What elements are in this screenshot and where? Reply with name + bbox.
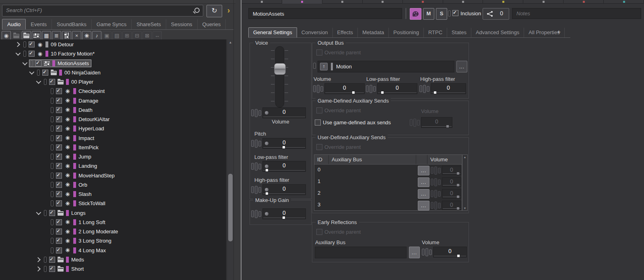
scroll-down-icon[interactable]: ▼ (462, 207, 467, 210)
voice-highpass-field[interactable]: 0 (262, 184, 306, 195)
tree-row-3-long-strong[interactable]: 3 Long Strong (42, 236, 114, 245)
tree-checkbox[interactable] (56, 135, 62, 141)
aux-column-volume[interactable]: Volume (427, 155, 462, 164)
output-bus-highpass-field[interactable]: 0 (431, 83, 466, 94)
aux-bus-browse-button[interactable]: ... (418, 166, 429, 175)
explorer-tab-events[interactable]: Events (26, 19, 52, 29)
output-bus-override-checkbox[interactable] (316, 49, 322, 56)
window-tab-8[interactable] (564, 0, 604, 4)
tree-row-detourkialtar[interactable]: DetourKiAltar (42, 115, 112, 124)
mute-button[interactable]: M (423, 8, 434, 20)
explorer-tab-queries[interactable]: Queries (198, 19, 226, 29)
tree-checkbox[interactable] (35, 60, 41, 66)
tree-checkbox[interactable] (42, 70, 48, 76)
expand-chevron-icon[interactable]: › (224, 5, 233, 16)
tab-conversion[interactable]: Conversion (297, 28, 333, 37)
use-game-aux-checkbox[interactable] (315, 119, 321, 126)
chevron-down-icon[interactable] (35, 80, 40, 84)
tab-rtpc[interactable]: RTPC (424, 28, 447, 37)
window-tab-3[interactable] (363, 0, 403, 4)
tree-checkbox[interactable] (49, 79, 55, 85)
tree-checkbox[interactable] (56, 182, 62, 188)
tab-advanced-settings[interactable]: Advanced Settings (471, 28, 524, 37)
tab-effects[interactable]: Effects (333, 28, 358, 37)
tree-row-meds[interactable]: Meds (35, 255, 87, 264)
early-reflections-override-checkbox[interactable] (316, 229, 322, 235)
volume-slider-track[interactable] (275, 46, 284, 107)
window-tab-4[interactable] (403, 0, 443, 4)
scroll-up-icon[interactable]: ▲ (462, 156, 467, 159)
tree-row-motionassets[interactable]: MotionAssets (22, 59, 91, 68)
output-bus-browse-button[interactable]: ... (456, 61, 467, 72)
tab-metadata[interactable]: Metadata (358, 28, 389, 37)
window-tab-0[interactable] (242, 0, 282, 4)
window-tab-5[interactable] (443, 0, 483, 4)
tree-row-10-factory-motion[interactable]: 10 Factory Motion* (15, 49, 97, 58)
search-input[interactable]: Search (Ctrl+F) (2, 5, 203, 16)
tree-row-00-ninjagaiden[interactable]: 00 NinjaGaiden (29, 68, 103, 77)
tree-row-hyperload[interactable]: HyperLoad (42, 124, 107, 133)
tree-row-slash[interactable]: Slash (42, 189, 94, 199)
aux-volume-field[interactable]: 0 (442, 177, 461, 187)
explorer-tab-soundbanks[interactable]: SoundBanks (52, 19, 92, 29)
tree-checkbox[interactable] (49, 210, 55, 216)
tree-checkbox[interactable] (56, 229, 62, 235)
output-bus-lowpass-field[interactable]: 0 (377, 83, 417, 94)
aux-bus-browse-button[interactable]: ... (418, 201, 429, 210)
tab-states[interactable]: States (447, 28, 471, 37)
voice-volume-field[interactable]: 0 (262, 107, 306, 118)
aux-volume-field[interactable]: 0 (442, 189, 461, 198)
tree-checkbox[interactable] (56, 247, 62, 253)
window-tab-2[interactable] (322, 0, 363, 4)
aux-volume-field[interactable]: 0 (442, 166, 461, 175)
explorer-tab-audio[interactable]: Audio (2, 19, 26, 29)
voice-pitch-field[interactable]: 0 (262, 138, 306, 149)
output-bus-selector[interactable]: ↑ Motion (318, 61, 454, 72)
tree-row-jump[interactable]: Jump (42, 152, 94, 161)
early-reflections-browse-button[interactable]: ... (409, 247, 420, 258)
tree-row-orb[interactable]: Orb (42, 180, 90, 189)
early-reflections-bus-field[interactable] (315, 247, 407, 258)
explorer-tab-game-syncs[interactable]: Game Syncs (92, 19, 132, 29)
chevron-down-icon[interactable] (29, 71, 33, 74)
explorer-tab-sessions[interactable]: Sessions (166, 19, 198, 29)
chevron-right-icon[interactable] (35, 258, 40, 261)
tree-row-00-player[interactable]: 00 Player (35, 77, 96, 86)
tree-row-itempick[interactable]: ItemPick (42, 143, 101, 152)
tree-row-landing[interactable]: Landing (42, 161, 99, 171)
aux-volume-field[interactable]: 0 (442, 201, 461, 210)
volume-slider-handle[interactable] (274, 63, 286, 75)
chevron-right-icon[interactable] (15, 43, 20, 46)
tree-checkbox[interactable] (56, 191, 62, 197)
tree-row-longs[interactable]: Longs (35, 208, 88, 218)
window-tab-1[interactable] (282, 0, 322, 4)
tree-row-1-long-soft[interactable]: 1 Long Soft (42, 218, 108, 227)
game-aux-override-checkbox[interactable] (316, 107, 322, 113)
aux-column-browse[interactable] (416, 155, 427, 164)
tree-checkbox[interactable] (56, 163, 62, 169)
object-name-field[interactable]: MotionAssets (248, 8, 402, 19)
tree-checkbox[interactable] (49, 257, 55, 263)
tree-scrollbar-thumb[interactable] (228, 174, 233, 241)
work-unit-button[interactable] (2, 31, 11, 40)
random-container-button[interactable] (62, 31, 71, 40)
panel-splitter[interactable] (235, 0, 242, 280)
tree-checkbox[interactable] (56, 154, 62, 160)
tree-row-death[interactable]: Death (42, 105, 95, 115)
sequence-container-button[interactable]: ≣ (52, 31, 61, 40)
tree-checkbox[interactable] (49, 266, 55, 272)
tree-checkbox[interactable] (56, 238, 62, 244)
user-aux-scrollbar[interactable]: ▲ ▼ (462, 154, 468, 211)
blend-container-button[interactable]: ▦ (42, 31, 51, 40)
user-aux-override-checkbox[interactable] (316, 144, 322, 150)
aux-bus-browse-button[interactable]: ... (418, 177, 429, 187)
switch-container-button[interactable]: × (72, 31, 81, 40)
actor-mixer-button[interactable] (32, 31, 41, 40)
tree-scrollbar[interactable]: ▲ (227, 39, 234, 280)
chevron-right-icon[interactable] (35, 267, 40, 271)
tree-checkbox[interactable] (56, 173, 62, 179)
virtual-folder-button[interactable] (22, 31, 31, 40)
tree-checkbox[interactable] (56, 116, 62, 122)
aux-column-auxiliary-bus[interactable]: Auxiliary Bus (329, 155, 416, 164)
tree-row-2-long-moderate[interactable]: 2 Long Moderate (42, 227, 120, 236)
